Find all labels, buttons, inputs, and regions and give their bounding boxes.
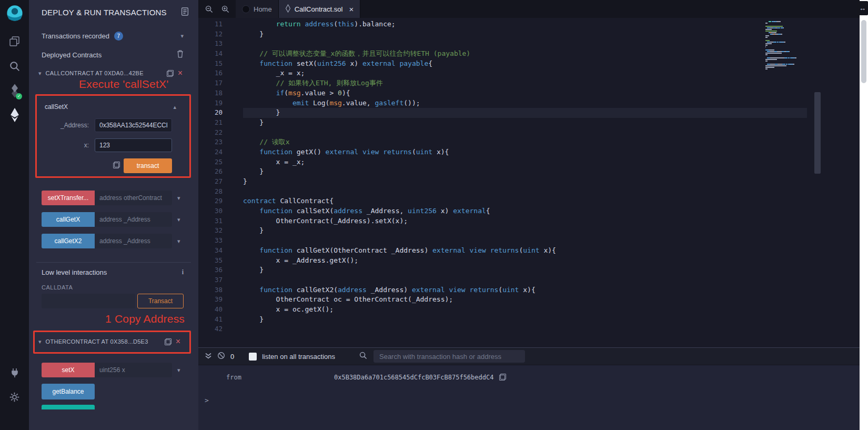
page-scrollbar-thumb[interactable] bbox=[861, 20, 866, 83]
calldata-input[interactable] bbox=[42, 294, 135, 308]
code-editor[interactable]: 1112131415161718192021222324252627282930… bbox=[198, 18, 860, 347]
tab-callcontract-sol[interactable]: CallContract.sol × bbox=[279, 0, 361, 18]
transactions-recorded-row[interactable]: Transactions recorded 7 ▾ bbox=[42, 32, 184, 41]
deploy-run-icon[interactable] bbox=[0, 104, 29, 125]
solidity-file-icon bbox=[285, 4, 291, 14]
listen-transactions-checkbox[interactable] bbox=[249, 353, 257, 361]
activity-bar: ✓ bbox=[0, 0, 29, 430]
callgetx-button[interactable]: callGetX bbox=[42, 212, 95, 227]
function-name-callsetx: callSetX bbox=[45, 103, 68, 111]
remix-logo-icon[interactable] bbox=[0, 3, 29, 24]
getbalance-button[interactable]: getBalance bbox=[42, 384, 95, 399]
calldata-label: CALLDATA bbox=[42, 284, 73, 291]
transactions-count-badge: 7 bbox=[114, 32, 123, 41]
terminal-prompt[interactable]: > bbox=[205, 396, 209, 404]
file-explorer-icon[interactable] bbox=[0, 31, 29, 52]
setx-arg-input[interactable] bbox=[95, 363, 172, 377]
from-address: 0x5B38Da6a701c568545dCfcB03FcB875f56bedd… bbox=[334, 374, 493, 381]
settings-gear-icon[interactable] bbox=[0, 386, 29, 407]
low-level-title: Low level interactions bbox=[42, 268, 107, 276]
callgetx-arg-input[interactable] bbox=[95, 212, 172, 227]
transactions-recorded-label: Transactions recorded bbox=[42, 32, 109, 40]
clear-console-icon[interactable] bbox=[217, 352, 225, 361]
expand-terminal-icon[interactable] bbox=[205, 352, 212, 361]
contract1-title: CALLCONTRACT AT 0XDA0...42BE bbox=[46, 70, 144, 76]
minimap[interactable] bbox=[765, 21, 810, 72]
chevron-up-icon[interactable]: ▴ bbox=[173, 104, 176, 110]
deploy-run-panel: DEPLOY & RUN TRANSACTIONS Transactions r… bbox=[29, 0, 198, 430]
annotation-execute: Execute 'callSetX' bbox=[79, 78, 168, 91]
contract2-header[interactable]: ▾ OTHERCONTRACT AT 0X358...D5E3 × bbox=[38, 337, 180, 346]
zoom-in-icon[interactable] bbox=[217, 0, 234, 18]
trash-icon[interactable] bbox=[177, 50, 184, 59]
setxtransfer-button[interactable]: setXTransfer... bbox=[42, 191, 95, 205]
setx-button[interactable]: setX bbox=[42, 363, 95, 377]
compile-success-badge: ✓ bbox=[16, 93, 22, 99]
callgetx2-button[interactable]: callGetX2 bbox=[42, 234, 95, 248]
editor-gutter[interactable]: 1112131415161718192021222324252627282930… bbox=[198, 19, 230, 334]
chevron-down-icon[interactable]: ▾ bbox=[38, 339, 42, 345]
copy-address-icon[interactable] bbox=[499, 374, 506, 381]
search-icon[interactable] bbox=[0, 56, 29, 77]
x-field-label: x: bbox=[42, 142, 92, 149]
terminal-search-input[interactable] bbox=[374, 350, 525, 363]
transact-button[interactable]: transact bbox=[124, 158, 172, 173]
chevron-down-icon[interactable]: ▾ bbox=[177, 217, 180, 223]
editor-tabbar: Home CallContract.sol × bbox=[198, 0, 860, 18]
resize-arrows-icon[interactable]: ↔ bbox=[857, 1, 868, 15]
address-field-input[interactable] bbox=[95, 118, 172, 132]
code-lines[interactable]: return address(this).balance; } // 可以调整状… bbox=[230, 19, 807, 334]
listen-transactions-label: listen on all transactions bbox=[262, 353, 335, 361]
tab-home[interactable]: Home bbox=[236, 0, 279, 18]
chevron-down-icon[interactable]: ▾ bbox=[177, 238, 180, 244]
x-field-input[interactable] bbox=[95, 138, 172, 152]
zoom-out-icon[interactable] bbox=[201, 0, 217, 18]
tab-callcontract-label: CallContract.sol bbox=[295, 5, 343, 13]
terminal-toolbar: 0 listen on all transactions bbox=[198, 348, 860, 365]
close-icon[interactable]: × bbox=[176, 337, 180, 346]
plugin-manager-icon[interactable] bbox=[0, 362, 29, 383]
partial-button[interactable] bbox=[42, 405, 95, 409]
annotation-copy-address: 1 Copy Address bbox=[105, 313, 185, 325]
copy-icon[interactable] bbox=[167, 70, 174, 77]
chevron-down-icon[interactable]: ▾ bbox=[38, 71, 42, 76]
notepad-icon[interactable] bbox=[181, 7, 189, 17]
tab-home-label: Home bbox=[254, 5, 272, 13]
panel-title: DEPLOY & RUN TRANSACTIONS bbox=[42, 8, 167, 17]
deployed-contracts-label: Deployed Contracts bbox=[42, 51, 102, 59]
callgetx2-arg-input[interactable] bbox=[95, 234, 172, 248]
info-icon[interactable]: i bbox=[182, 268, 184, 276]
chevron-down-icon[interactable]: ▾ bbox=[177, 367, 180, 373]
pending-count: 0 bbox=[230, 353, 234, 361]
copy-icon[interactable] bbox=[165, 338, 171, 345]
address-field-label: _Address: bbox=[42, 122, 92, 129]
editor-scrollbar[interactable] bbox=[814, 92, 821, 174]
close-tab-icon[interactable]: × bbox=[349, 5, 354, 14]
solidity-compiler-icon[interactable]: ✓ bbox=[0, 80, 29, 101]
home-tab-icon bbox=[242, 5, 250, 13]
setxtransfer-arg-input[interactable] bbox=[95, 191, 172, 205]
copy-icon[interactable] bbox=[113, 162, 120, 168]
from-label: from bbox=[226, 374, 241, 381]
terminal-panel: 0 listen on all transactions from 0x5B38… bbox=[198, 347, 860, 430]
contract2-title: OTHERCONTRACT AT 0X358...D5E3 bbox=[46, 338, 148, 345]
low-level-transact-button[interactable]: Transact bbox=[137, 294, 184, 308]
close-icon[interactable]: × bbox=[178, 69, 183, 77]
chevron-down-icon[interactable]: ▾ bbox=[180, 33, 184, 39]
terminal-search-icon bbox=[359, 352, 367, 361]
chevron-down-icon[interactable]: ▾ bbox=[177, 195, 180, 201]
contract1-header[interactable]: ▾ CALLCONTRACT AT 0XDA0...42BE × bbox=[38, 69, 183, 77]
